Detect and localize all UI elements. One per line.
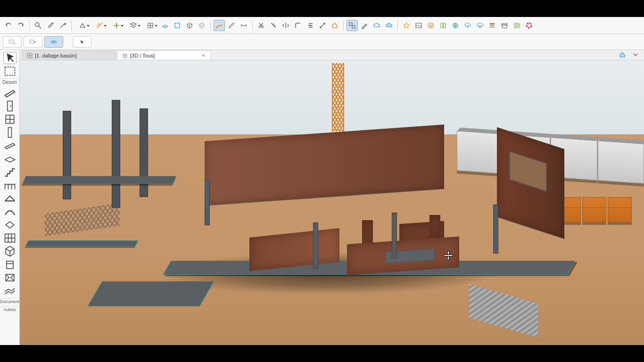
undo-icon[interactable] xyxy=(3,20,14,31)
railing-tool[interactable] xyxy=(3,179,17,191)
plan-icon xyxy=(27,53,33,58)
redo-icon[interactable] xyxy=(15,20,26,31)
secondary-toolbar xyxy=(0,34,644,50)
cut-icon[interactable] xyxy=(256,20,267,31)
material-pallets xyxy=(557,197,632,222)
slab-tool[interactable] xyxy=(3,153,17,165)
svg-rect-13 xyxy=(490,25,495,26)
clouddown-icon[interactable] xyxy=(474,20,486,31)
measure-icon[interactable] xyxy=(226,20,237,31)
svg-rect-10 xyxy=(416,23,421,28)
svg-rect-28 xyxy=(7,263,13,269)
books-icon[interactable] xyxy=(511,20,522,31)
arrow-tool[interactable] xyxy=(3,52,17,64)
snap-icon[interactable] xyxy=(108,20,124,31)
letterbox-bottom xyxy=(0,345,644,362)
skylight-tool[interactable] xyxy=(3,219,17,231)
inject-icon[interactable] xyxy=(57,20,68,31)
shell-tool[interactable] xyxy=(3,206,17,218)
separator xyxy=(397,20,398,31)
wall-tool[interactable] xyxy=(3,87,17,99)
svg-rect-14 xyxy=(490,27,495,28)
edit-icon[interactable] xyxy=(359,20,370,31)
tool-palette: Dessin Documents Autres xyxy=(0,50,20,345)
tab-3d[interactable]: [3D / Tous] × xyxy=(117,50,211,60)
morph-tool[interactable] xyxy=(3,245,17,257)
archicad-window: Dessin Documents Autres xyxy=(0,17,644,345)
column-tool[interactable] xyxy=(3,126,17,139)
chevron-down-icon[interactable] xyxy=(630,49,641,60)
stair-tool[interactable] xyxy=(3,166,17,178)
svg-rect-16 xyxy=(502,25,507,28)
tab-strip-right xyxy=(617,50,641,59)
svg-rect-8 xyxy=(349,23,352,25)
layer-icon[interactable] xyxy=(125,20,141,31)
zoom-icon[interactable] xyxy=(33,20,44,31)
3d-scene xyxy=(20,60,644,345)
letterbox-top xyxy=(0,0,644,17)
view-tabs: [1. dallage bassin] [3D / Tous] × xyxy=(20,50,644,60)
earth-icon[interactable] xyxy=(450,20,461,31)
selection-rect-icon[interactable] xyxy=(3,36,22,48)
grid-icon[interactable] xyxy=(142,20,158,31)
layers-icon[interactable] xyxy=(425,20,437,31)
box3d-icon[interactable] xyxy=(184,20,195,31)
favorite-icon[interactable] xyxy=(401,20,412,31)
zone-tool[interactable] xyxy=(3,272,17,284)
svg-rect-18 xyxy=(9,40,14,43)
beam-tool[interactable] xyxy=(3,140,17,152)
split-icon[interactable] xyxy=(280,20,291,31)
tab-label: [1. dallage bassin] xyxy=(35,53,77,58)
stack-icon[interactable] xyxy=(487,20,498,31)
svg-rect-19 xyxy=(30,40,34,43)
tower-crane xyxy=(332,63,344,132)
suspend-icon[interactable] xyxy=(196,20,207,31)
color-icon[interactable] xyxy=(523,20,535,31)
orbit-icon[interactable] xyxy=(44,36,63,48)
guideline-icon[interactable] xyxy=(91,20,107,31)
tab-plan[interactable]: [1. dallage bassin] xyxy=(22,50,116,60)
trim-icon[interactable] xyxy=(268,20,279,31)
plane-icon[interactable] xyxy=(172,20,183,31)
external-stair xyxy=(469,284,538,337)
cloudup-icon[interactable] xyxy=(462,20,473,31)
svg-point-21 xyxy=(53,41,54,42)
workplane-icon[interactable] xyxy=(159,20,171,31)
pointer-icon[interactable] xyxy=(73,36,91,48)
cloud2-icon[interactable] xyxy=(383,20,395,31)
svg-rect-12 xyxy=(490,23,495,25)
svg-point-0 xyxy=(35,23,39,26)
image-icon[interactable] xyxy=(413,20,424,31)
mesh-tool[interactable] xyxy=(3,285,17,297)
marquee-add-icon[interactable] xyxy=(24,36,42,48)
window-tool[interactable] xyxy=(3,113,17,125)
house-3d-icon[interactable] xyxy=(617,49,628,60)
3d-viewport[interactable] xyxy=(20,60,644,345)
cloud1-icon[interactable] xyxy=(371,20,382,31)
connector-slab xyxy=(88,281,215,306)
home-icon[interactable] xyxy=(329,20,340,31)
main-building xyxy=(182,146,556,274)
curtainwall-tool[interactable] xyxy=(3,232,17,244)
svg-point-4 xyxy=(216,26,218,28)
dimension-icon[interactable] xyxy=(238,20,249,31)
archive-icon[interactable] xyxy=(499,20,510,31)
group-icon[interactable] xyxy=(347,20,358,31)
separator xyxy=(210,20,211,31)
triangle-icon[interactable] xyxy=(74,20,91,31)
close-icon[interactable]: × xyxy=(200,52,206,59)
svg-point-17 xyxy=(527,23,531,28)
object-tool[interactable] xyxy=(3,258,17,271)
marquee-tool[interactable] xyxy=(3,65,17,77)
trace-icon[interactable] xyxy=(214,20,225,31)
separator xyxy=(343,20,344,31)
adjust-icon[interactable] xyxy=(305,20,316,31)
fillet-icon[interactable] xyxy=(292,20,304,31)
resize-icon[interactable] xyxy=(317,20,328,31)
roof-tool[interactable] xyxy=(3,192,17,205)
library-icon[interactable] xyxy=(438,20,449,31)
svg-point-3 xyxy=(199,23,204,28)
door-tool[interactable] xyxy=(3,100,17,112)
svg-rect-9 xyxy=(352,25,355,28)
eyedrop-icon[interactable] xyxy=(45,20,56,31)
